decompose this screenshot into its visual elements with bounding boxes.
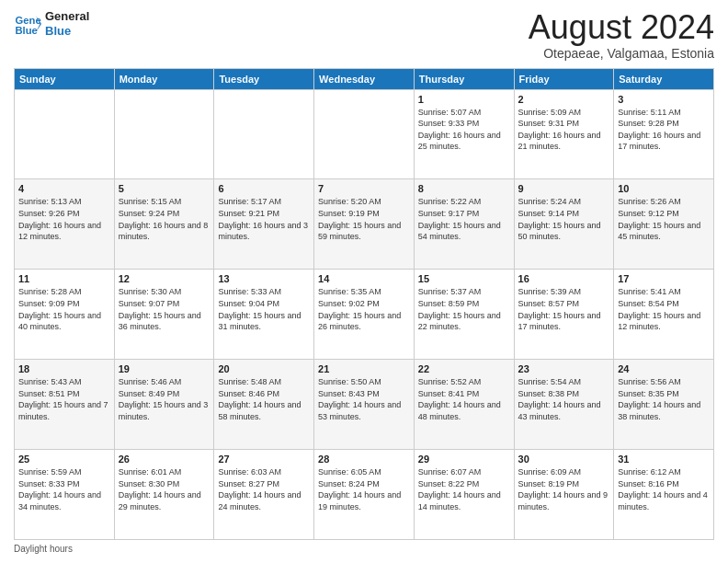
day-number: 22	[418, 363, 510, 374]
day-cell: 9Sunrise: 5:24 AM Sunset: 9:14 PM Daylig…	[514, 179, 614, 270]
page-subtitle: Otepaeae, Valgamaa, Estonia	[529, 46, 714, 61]
day-cell: 11Sunrise: 5:28 AM Sunset: 9:09 PM Dayli…	[15, 270, 115, 360]
day-number: 13	[218, 273, 310, 284]
day-cell: 19Sunrise: 5:46 AM Sunset: 8:49 PM Dayli…	[114, 360, 214, 450]
day-info: Sunrise: 5:30 AM Sunset: 9:07 PM Dayligh…	[119, 286, 210, 332]
day-info: Sunrise: 5:50 AM Sunset: 8:43 PM Dayligh…	[318, 376, 410, 422]
day-number: 4	[18, 183, 110, 194]
day-info: Sunrise: 5:52 AM Sunset: 8:41 PM Dayligh…	[418, 376, 510, 422]
day-info: Sunrise: 6:12 AM Sunset: 8:16 PM Dayligh…	[618, 466, 710, 512]
title-block: August 2024 Otepaeae, Valgamaa, Estonia	[529, 9, 714, 61]
day-cell	[15, 89, 115, 179]
header: General Blue General Blue August 2024 Ot…	[14, 9, 714, 61]
header-day-thursday: Thursday	[414, 68, 514, 89]
day-number: 15	[418, 273, 510, 284]
day-number: 2	[518, 94, 610, 105]
day-number: 1	[418, 94, 510, 105]
day-number: 6	[218, 183, 310, 194]
day-number: 27	[218, 454, 310, 465]
day-number: 19	[119, 363, 210, 374]
day-cell: 1Sunrise: 5:07 AM Sunset: 9:33 PM Daylig…	[414, 89, 514, 179]
svg-text:Blue: Blue	[16, 24, 38, 35]
day-info: Sunrise: 6:05 AM Sunset: 8:24 PM Dayligh…	[318, 466, 410, 512]
day-cell: 24Sunrise: 5:56 AM Sunset: 8:35 PM Dayli…	[614, 360, 714, 450]
day-number: 10	[618, 183, 710, 194]
day-number: 23	[518, 363, 610, 374]
day-info: Sunrise: 5:33 AM Sunset: 9:04 PM Dayligh…	[218, 286, 310, 332]
day-info: Sunrise: 5:48 AM Sunset: 8:46 PM Dayligh…	[218, 376, 310, 422]
day-cell: 4Sunrise: 5:13 AM Sunset: 9:26 PM Daylig…	[15, 179, 115, 270]
day-cell: 7Sunrise: 5:20 AM Sunset: 9:19 PM Daylig…	[314, 179, 415, 270]
day-cell: 29Sunrise: 6:07 AM Sunset: 8:22 PM Dayli…	[414, 450, 514, 540]
week-row-2: 4Sunrise: 5:13 AM Sunset: 9:26 PM Daylig…	[15, 179, 714, 270]
day-cell: 27Sunrise: 6:03 AM Sunset: 8:27 PM Dayli…	[214, 450, 314, 540]
day-number: 12	[119, 273, 210, 284]
day-cell: 2Sunrise: 5:09 AM Sunset: 9:31 PM Daylig…	[514, 89, 614, 179]
header-day-sunday: Sunday	[15, 68, 115, 89]
day-info: Sunrise: 5:20 AM Sunset: 9:19 PM Dayligh…	[318, 196, 410, 242]
logo-line2: Blue	[45, 24, 89, 39]
day-cell: 5Sunrise: 5:15 AM Sunset: 9:24 PM Daylig…	[114, 179, 214, 270]
day-number: 28	[318, 454, 410, 465]
day-info: Sunrise: 5:22 AM Sunset: 9:17 PM Dayligh…	[418, 196, 510, 242]
day-cell: 17Sunrise: 5:41 AM Sunset: 8:54 PM Dayli…	[614, 270, 714, 360]
day-info: Sunrise: 5:26 AM Sunset: 9:12 PM Dayligh…	[618, 196, 710, 242]
logo-line1: General	[45, 9, 89, 24]
week-row-4: 18Sunrise: 5:43 AM Sunset: 8:51 PM Dayli…	[15, 360, 714, 450]
day-number: 8	[418, 183, 510, 194]
header-day-monday: Monday	[114, 68, 214, 89]
week-row-5: 25Sunrise: 5:59 AM Sunset: 8:33 PM Dayli…	[15, 450, 714, 540]
day-cell: 28Sunrise: 6:05 AM Sunset: 8:24 PM Dayli…	[314, 450, 415, 540]
day-info: Sunrise: 6:07 AM Sunset: 8:22 PM Dayligh…	[418, 466, 510, 512]
calendar-header: SundayMondayTuesdayWednesdayThursdayFrid…	[15, 68, 714, 89]
logo-icon: General Blue	[14, 10, 41, 38]
day-cell: 20Sunrise: 5:48 AM Sunset: 8:46 PM Dayli…	[214, 360, 314, 450]
header-day-saturday: Saturday	[614, 68, 714, 89]
day-number: 7	[318, 183, 410, 194]
day-cell: 26Sunrise: 6:01 AM Sunset: 8:30 PM Dayli…	[114, 450, 214, 540]
day-number: 25	[18, 454, 110, 465]
day-info: Sunrise: 6:03 AM Sunset: 8:27 PM Dayligh…	[218, 466, 310, 512]
day-cell: 22Sunrise: 5:52 AM Sunset: 8:41 PM Dayli…	[414, 360, 514, 450]
day-info: Sunrise: 5:41 AM Sunset: 8:54 PM Dayligh…	[618, 286, 710, 332]
week-row-3: 11Sunrise: 5:28 AM Sunset: 9:09 PM Dayli…	[15, 270, 714, 360]
day-number: 20	[218, 363, 310, 374]
day-cell: 14Sunrise: 5:35 AM Sunset: 9:02 PM Dayli…	[314, 270, 415, 360]
header-row: SundayMondayTuesdayWednesdayThursdayFrid…	[15, 68, 714, 89]
day-cell	[314, 89, 415, 179]
day-cell: 30Sunrise: 6:09 AM Sunset: 8:19 PM Dayli…	[514, 450, 614, 540]
day-number: 5	[119, 183, 210, 194]
week-row-1: 1Sunrise: 5:07 AM Sunset: 9:33 PM Daylig…	[15, 89, 714, 179]
day-cell: 15Sunrise: 5:37 AM Sunset: 8:59 PM Dayli…	[414, 270, 514, 360]
day-number: 14	[318, 273, 410, 284]
day-info: Sunrise: 5:28 AM Sunset: 9:09 PM Dayligh…	[18, 286, 110, 332]
day-number: 11	[18, 273, 110, 284]
calendar-body: 1Sunrise: 5:07 AM Sunset: 9:33 PM Daylig…	[15, 89, 714, 539]
day-info: Sunrise: 5:46 AM Sunset: 8:49 PM Dayligh…	[119, 376, 210, 422]
day-info: Sunrise: 5:15 AM Sunset: 9:24 PM Dayligh…	[119, 196, 210, 242]
day-cell: 3Sunrise: 5:11 AM Sunset: 9:28 PM Daylig…	[614, 89, 714, 179]
day-info: Sunrise: 5:09 AM Sunset: 9:31 PM Dayligh…	[518, 107, 610, 153]
day-cell: 18Sunrise: 5:43 AM Sunset: 8:51 PM Dayli…	[15, 360, 115, 450]
day-info: Sunrise: 5:37 AM Sunset: 8:59 PM Dayligh…	[418, 286, 510, 332]
day-number: 9	[518, 183, 610, 194]
day-info: Sunrise: 5:56 AM Sunset: 8:35 PM Dayligh…	[618, 376, 710, 422]
day-info: Sunrise: 5:39 AM Sunset: 8:57 PM Dayligh…	[518, 286, 610, 332]
day-info: Sunrise: 5:54 AM Sunset: 8:38 PM Dayligh…	[518, 376, 610, 422]
day-number: 31	[618, 454, 710, 465]
day-number: 18	[18, 363, 110, 374]
day-cell	[114, 89, 214, 179]
day-cell: 13Sunrise: 5:33 AM Sunset: 9:04 PM Dayli…	[214, 270, 314, 360]
day-cell: 31Sunrise: 6:12 AM Sunset: 8:16 PM Dayli…	[614, 450, 714, 540]
header-day-friday: Friday	[514, 68, 614, 89]
day-info: Sunrise: 6:01 AM Sunset: 8:30 PM Dayligh…	[119, 466, 210, 512]
day-number: 26	[119, 454, 210, 465]
day-info: Sunrise: 5:11 AM Sunset: 9:28 PM Dayligh…	[618, 107, 710, 153]
day-number: 3	[618, 94, 710, 105]
day-cell: 23Sunrise: 5:54 AM Sunset: 8:38 PM Dayli…	[514, 360, 614, 450]
day-info: Sunrise: 5:13 AM Sunset: 9:26 PM Dayligh…	[18, 196, 110, 242]
day-number: 24	[618, 363, 710, 374]
day-number: 30	[518, 454, 610, 465]
day-info: Sunrise: 5:24 AM Sunset: 9:14 PM Dayligh…	[518, 196, 610, 242]
day-cell: 6Sunrise: 5:17 AM Sunset: 9:21 PM Daylig…	[214, 179, 314, 270]
